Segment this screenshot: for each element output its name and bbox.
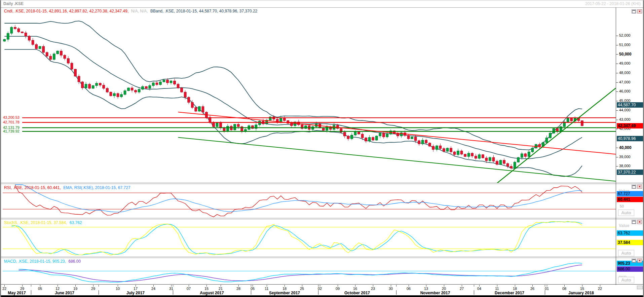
rsi-50-tick: 50 [620, 204, 624, 208]
x-axis-month-label: November 2017 [420, 291, 450, 295]
y-axis-tick-mark [616, 110, 618, 111]
x-axis-month-label: December 2017 [495, 291, 524, 295]
main-legend[interactable]: Cndl, .KSE, 2018-01-15, 42,891.16, 42,89… [4, 9, 259, 13]
close-icon: ✕ [638, 259, 641, 262]
x-axis-day-label: 19 [73, 287, 77, 291]
x-axis-tick-mark [173, 285, 173, 287]
title-bar: Daily .KSE 2017-05-22 - 2018-01-26 (KHI) [0, 0, 644, 7]
minimize-panel-button[interactable] [632, 220, 636, 224]
x-axis-month-label: July 2017 [126, 291, 145, 295]
stochastic-lines [3, 221, 616, 255]
chart-window: Daily .KSE 2017-05-22 - 2018-01-26 (KHI)… [0, 0, 644, 297]
close-icon: ✕ [638, 185, 641, 188]
y-axis-tick-label: 50,000 [619, 52, 632, 57]
x-axis-day-label: 02 [318, 287, 322, 291]
x-axis-day-label: 24 [151, 287, 155, 291]
minimize-panel-button[interactable] [632, 259, 636, 263]
macd-plot-area[interactable] [0, 258, 616, 285]
month-separator [173, 290, 173, 295]
stoch-panel-controls: ✕ [632, 220, 642, 224]
x-axis-day-label: 05 [38, 287, 42, 291]
time-axis[interactable]: 2229May 201705121929June 201710172431Jul… [0, 285, 644, 295]
macd-signal-legend-text[interactable]: 686.00 [68, 259, 81, 264]
close-icon: ✕ [638, 10, 641, 13]
x-axis-day-label: 07 [187, 287, 191, 291]
x-axis-tick-mark [99, 285, 99, 287]
minimize-panel-button[interactable] [632, 185, 636, 189]
stoch-value-label: 37.584 [617, 240, 644, 245]
stoch-plot-area[interactable] [0, 219, 616, 257]
minimize-icon [632, 185, 636, 188]
macd-auto-button[interactable]: Auto [618, 277, 634, 283]
x-axis-tick-mark [31, 285, 31, 287]
y-axis-tick-mark [616, 45, 618, 45]
close-panel-button[interactable]: ✕ [637, 220, 642, 224]
y-axis-tick-mark [616, 148, 618, 148]
stoch-legend-text[interactable]: StochS, .KSE, 2018-01-15, 37.584, [4, 220, 67, 225]
y-axis-tick-label: 49,000 [619, 61, 631, 65]
y-axis-tick-label: 48,000 [619, 71, 631, 75]
page-title: Daily .KSE [3, 1, 24, 6]
x-axis-day-label: 25 [300, 287, 304, 291]
x-axis-tick-mark [396, 285, 396, 287]
current-value-label: 44,587.70 [617, 102, 644, 108]
x-axis-day-label: 23 [371, 287, 375, 291]
x-axis-day-label: 21 [219, 287, 223, 291]
x-axis-day-label: 16 [353, 287, 357, 291]
current-value-label: 40,978.96 [617, 136, 644, 141]
x-axis-day-label: 05 [251, 287, 255, 291]
x-axis-day-label: 28 [236, 287, 240, 291]
axis-corner-button[interactable] [637, 286, 643, 289]
x-axis-day-label: 08 [562, 287, 566, 291]
price-line-label-3: 41,739.92 [3, 129, 20, 133]
y-axis-tick-label: 52,000 [619, 33, 631, 37]
stoch-auto-button[interactable]: Auto [618, 250, 634, 256]
macd-legend[interactable]: MACD, .KSE, 2018-01-15, 905.23, 686.00 [4, 259, 82, 264]
y-axis-tick-mark [616, 54, 618, 54]
rsi-value-label: 60.441 [617, 197, 644, 202]
x-axis-month-label: January 2018 [568, 291, 594, 295]
x-axis-day-label: 01 [545, 287, 549, 291]
macd-lines [3, 263, 616, 282]
x-axis-day-label: 10 [116, 287, 120, 291]
y-axis-tick-mark [616, 120, 618, 120]
candle-legend[interactable]: Cndl, .KSE, 2018-01-15, 42,891.16, 42,89… [4, 9, 128, 13]
stoch-d-legend-text[interactable]: 63.762 [70, 220, 82, 225]
stoch-value-label: 63.762 [617, 230, 644, 236]
minimize-icon [632, 259, 636, 262]
bband-legend[interactable]: BBand, .KSE, 2018-01-15, 44,587.70, 40,9… [150, 9, 257, 13]
macd-legend-text[interactable]: MACD, .KSE, 2018-01-15, 905.23, [4, 259, 66, 264]
candles [3, 25, 583, 170]
month-separator [474, 290, 474, 295]
x-axis-day-label: 15 [580, 287, 584, 291]
rsi-auto-button[interactable]: Auto [618, 210, 634, 216]
current-value-label: 37,370.22 [617, 170, 644, 175]
bollinger-bands [4, 21, 582, 176]
window-bottom-border [0, 295, 644, 297]
x-axis-day-label: 30 [389, 287, 393, 291]
price-line-label-1: 42,701.78 [3, 120, 20, 124]
rsi-ema-legend-text[interactable]: EMA, RSI(.KSE), 2018-01-15, 67.727 [63, 185, 130, 190]
stoch-legend[interactable]: StochS, .KSE, 2018-01-15, 37.584, 63.762 [4, 220, 83, 225]
window-left-border [0, 0, 1, 297]
y-axis-tick-label: 47,000 [619, 80, 631, 84]
macd-panel-controls: ✕ [632, 259, 642, 263]
rsi-legend-text[interactable]: RSI, .KSE, 2018-01-15, 60.441, [4, 185, 61, 190]
y-axis-tick-mark [616, 64, 618, 64]
close-panel-button[interactable]: ✕ [637, 185, 642, 189]
y-axis-tick-mark [616, 157, 618, 157]
month-separator [31, 290, 31, 295]
minimize-panel-button[interactable] [632, 9, 636, 13]
close-panel-button[interactable]: ✕ [637, 259, 642, 263]
x-axis-day-label: 11 [495, 287, 499, 291]
x-axis-month-label: May 2017 [8, 291, 26, 295]
rsi-legend[interactable]: RSI, .KSE, 2018-01-15, 60.441, EMA, RSI(… [4, 185, 132, 190]
x-axis-month-label: August 2017 [200, 291, 224, 295]
y-axis-tick-mark [616, 91, 618, 92]
y-axis-tick-mark [616, 101, 618, 101]
close-panel-button[interactable]: ✕ [637, 9, 642, 13]
y-axis-tick-label: 51,000 [619, 43, 631, 47]
main-plot-area[interactable] [0, 7, 616, 183]
x-axis-day-label: 29 [20, 287, 24, 291]
x-axis-day-label: 26 [530, 287, 534, 291]
